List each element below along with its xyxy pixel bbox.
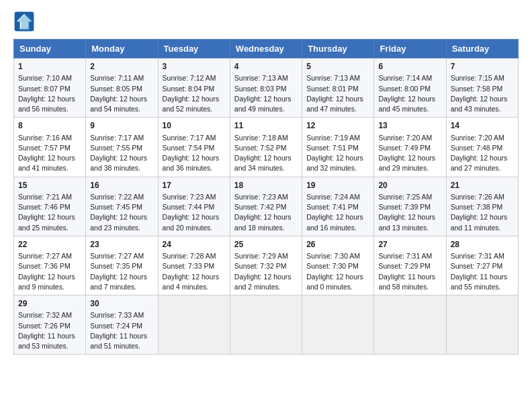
cell-line: Sunset: 7:33 PM bbox=[163, 261, 226, 271]
cell-line: Daylight: 12 hours bbox=[234, 212, 298, 222]
day-number: 17 bbox=[163, 180, 226, 191]
cell-line: Sunrise: 7:15 AM bbox=[451, 73, 514, 83]
cell-line: Sunset: 7:49 PM bbox=[378, 143, 441, 153]
cell-line: Sunset: 8:07 PM bbox=[18, 84, 81, 94]
day-number: 6 bbox=[378, 61, 441, 73]
cell-line: and 4 minutes. bbox=[163, 282, 226, 292]
day-number: 27 bbox=[378, 239, 441, 250]
cell-line: Sunrise: 7:13 AM bbox=[306, 73, 369, 83]
calendar-cell: 10Sunrise: 7:17 AMSunset: 7:54 PMDayligh… bbox=[158, 118, 230, 177]
cell-line: Sunrise: 7:20 AM bbox=[451, 133, 514, 143]
week-row-2: 8Sunrise: 7:16 AMSunset: 7:57 PMDaylight… bbox=[14, 118, 519, 177]
cell-line: Sunset: 7:32 PM bbox=[234, 261, 298, 271]
cell-line: and 16 minutes. bbox=[306, 223, 369, 233]
cell-line: Sunrise: 7:18 AM bbox=[234, 133, 298, 143]
cell-line: Daylight: 12 hours bbox=[306, 212, 369, 222]
cell-line: and 20 minutes. bbox=[163, 223, 226, 233]
cell-line: Sunrise: 7:30 AM bbox=[306, 251, 369, 261]
cell-line: and 41 minutes. bbox=[18, 163, 81, 173]
cell-line: Sunrise: 7:32 AM bbox=[18, 310, 81, 320]
calendar-cell: 18Sunrise: 7:23 AMSunset: 7:42 PMDayligh… bbox=[230, 177, 302, 236]
day-number: 12 bbox=[306, 120, 369, 132]
cell-line: Sunset: 7:30 PM bbox=[306, 261, 369, 271]
cell-line: Daylight: 12 hours bbox=[378, 94, 441, 104]
calendar-cell bbox=[158, 295, 230, 355]
cell-line: and 49 minutes. bbox=[234, 104, 298, 114]
cell-line: Sunset: 7:26 PM bbox=[18, 321, 81, 331]
page-container: SundayMondayTuesdayWednesdayThursdayFrid… bbox=[0, 0, 532, 361]
day-number: 28 bbox=[451, 239, 514, 250]
cell-line: Sunrise: 7:23 AM bbox=[234, 192, 298, 202]
calendar-cell: 12Sunrise: 7:19 AMSunset: 7:51 PMDayligh… bbox=[302, 118, 374, 177]
calendar-cell: 16Sunrise: 7:22 AMSunset: 7:45 PMDayligh… bbox=[86, 177, 158, 236]
cell-line: Daylight: 11 hours bbox=[451, 272, 514, 282]
cell-line: Daylight: 11 hours bbox=[378, 272, 441, 282]
cell-line: Sunrise: 7:25 AM bbox=[378, 192, 441, 202]
logo-icon bbox=[13, 11, 35, 32]
day-number: 23 bbox=[90, 239, 153, 250]
day-header-saturday: Saturday bbox=[446, 40, 518, 58]
calendar-cell bbox=[302, 295, 374, 355]
cell-line: and 34 minutes. bbox=[234, 163, 298, 173]
calendar-cell: 17Sunrise: 7:23 AMSunset: 7:44 PMDayligh… bbox=[158, 177, 230, 236]
cell-line: Sunset: 7:29 PM bbox=[378, 261, 441, 271]
cell-line: Sunrise: 7:16 AM bbox=[18, 133, 81, 143]
day-number: 21 bbox=[451, 180, 514, 191]
cell-line: Sunset: 7:51 PM bbox=[306, 143, 369, 153]
calendar-cell: 4Sunrise: 7:13 AMSunset: 8:03 PMDaylight… bbox=[230, 58, 302, 118]
day-number: 25 bbox=[234, 239, 298, 250]
calendar-cell: 19Sunrise: 7:24 AMSunset: 7:41 PMDayligh… bbox=[302, 177, 374, 236]
day-number: 16 bbox=[90, 180, 153, 191]
cell-line: Daylight: 12 hours bbox=[451, 94, 514, 104]
calendar-table: SundayMondayTuesdayWednesdayThursdayFrid… bbox=[13, 39, 519, 355]
cell-line: and 55 minutes. bbox=[451, 282, 514, 292]
week-row-5: 29Sunrise: 7:32 AMSunset: 7:26 PMDayligh… bbox=[14, 295, 519, 355]
day-number: 18 bbox=[234, 180, 298, 191]
day-number: 7 bbox=[451, 61, 514, 73]
cell-line: Daylight: 12 hours bbox=[306, 153, 369, 163]
cell-line: Daylight: 12 hours bbox=[234, 272, 298, 282]
calendar-cell: 21Sunrise: 7:26 AMSunset: 7:38 PMDayligh… bbox=[446, 177, 518, 236]
calendar-cell: 14Sunrise: 7:20 AMSunset: 7:48 PMDayligh… bbox=[446, 118, 518, 177]
calendar-cell: 5Sunrise: 7:13 AMSunset: 8:01 PMDaylight… bbox=[302, 58, 374, 118]
cell-line: Sunrise: 7:31 AM bbox=[378, 251, 441, 261]
week-row-3: 15Sunrise: 7:21 AMSunset: 7:46 PMDayligh… bbox=[14, 177, 519, 236]
cell-line: and 52 minutes. bbox=[163, 104, 226, 114]
week-row-1: 1Sunrise: 7:10 AMSunset: 8:07 PMDaylight… bbox=[14, 58, 519, 118]
cell-line: Sunset: 7:52 PM bbox=[234, 143, 298, 153]
calendar-cell: 29Sunrise: 7:32 AMSunset: 7:26 PMDayligh… bbox=[14, 295, 86, 355]
week-row-4: 22Sunrise: 7:27 AMSunset: 7:36 PMDayligh… bbox=[14, 236, 519, 295]
calendar-cell: 2Sunrise: 7:11 AMSunset: 8:05 PMDaylight… bbox=[86, 58, 158, 118]
cell-line: Sunrise: 7:23 AM bbox=[163, 192, 226, 202]
cell-line: Sunset: 8:01 PM bbox=[306, 84, 369, 94]
cell-line: Sunset: 7:44 PM bbox=[163, 202, 226, 212]
cell-line: Daylight: 12 hours bbox=[18, 212, 81, 222]
cell-line: and 43 minutes. bbox=[451, 104, 514, 114]
cell-line: Sunset: 7:35 PM bbox=[90, 261, 153, 271]
cell-line: Sunset: 7:58 PM bbox=[451, 84, 514, 94]
cell-line: Sunset: 7:42 PM bbox=[234, 202, 298, 212]
cell-line: Daylight: 12 hours bbox=[163, 94, 226, 104]
cell-line: and 53 minutes. bbox=[18, 341, 81, 351]
cell-line: Daylight: 12 hours bbox=[451, 212, 514, 222]
calendar-cell: 11Sunrise: 7:18 AMSunset: 7:52 PMDayligh… bbox=[230, 118, 302, 177]
day-number: 1 bbox=[18, 61, 81, 73]
cell-line: and 38 minutes. bbox=[90, 163, 153, 173]
cell-line: Daylight: 12 hours bbox=[90, 272, 153, 282]
cell-line: Sunset: 7:57 PM bbox=[18, 143, 81, 153]
day-header-wednesday: Wednesday bbox=[230, 40, 302, 58]
cell-line: Daylight: 11 hours bbox=[18, 331, 81, 341]
cell-line: Daylight: 12 hours bbox=[163, 212, 226, 222]
cell-line: and 56 minutes. bbox=[18, 104, 81, 114]
calendar-cell bbox=[230, 295, 302, 355]
cell-line: Sunset: 7:38 PM bbox=[451, 202, 514, 212]
calendar-cell: 22Sunrise: 7:27 AMSunset: 7:36 PMDayligh… bbox=[14, 236, 86, 295]
day-header-thursday: Thursday bbox=[302, 40, 374, 58]
cell-line: Sunset: 7:39 PM bbox=[378, 202, 441, 212]
calendar-cell: 23Sunrise: 7:27 AMSunset: 7:35 PMDayligh… bbox=[86, 236, 158, 295]
day-number: 3 bbox=[163, 61, 226, 73]
cell-line: Sunrise: 7:13 AM bbox=[234, 73, 298, 83]
calendar-cell: 6Sunrise: 7:14 AMSunset: 8:00 PMDaylight… bbox=[374, 58, 446, 118]
cell-line: Sunrise: 7:31 AM bbox=[451, 251, 514, 261]
calendar-cell: 9Sunrise: 7:17 AMSunset: 7:55 PMDaylight… bbox=[86, 118, 158, 177]
